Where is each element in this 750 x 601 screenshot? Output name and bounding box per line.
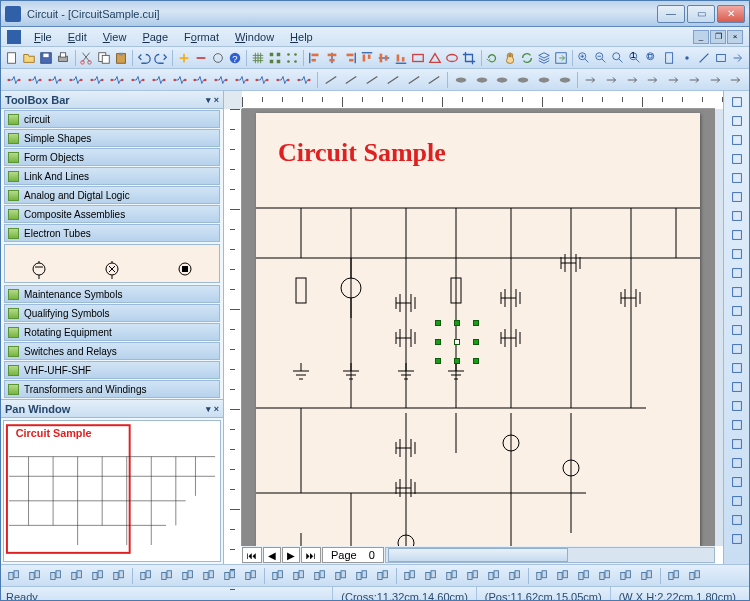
menu-help[interactable]: Help: [283, 30, 320, 44]
copy-button[interactable]: [95, 49, 111, 67]
zoom-fit-button[interactable]: [610, 49, 626, 67]
category-bot-5[interactable]: Transformers and Windings: [4, 380, 220, 398]
point-tool-button[interactable]: [679, 49, 695, 67]
connector-9-button[interactable]: [190, 71, 210, 89]
connector-11-button[interactable]: [232, 71, 252, 89]
arrange-19-button[interactable]: [421, 567, 441, 585]
zoom-page-button[interactable]: [662, 49, 678, 67]
minimize-button[interactable]: —: [657, 5, 685, 23]
align-bottom-button[interactable]: [393, 49, 409, 67]
fill-1-button[interactable]: [472, 71, 492, 89]
arrow-style-7-button[interactable]: [726, 71, 746, 89]
category-top-3[interactable]: Link And Lines: [4, 167, 220, 185]
tab-nav-first[interactable]: ⏮: [242, 547, 262, 563]
close-button[interactable]: ✕: [717, 5, 745, 23]
zoom-sel-button[interactable]: [644, 49, 660, 67]
canvas-viewport[interactable]: Circuit Sample: [242, 109, 715, 546]
props-button[interactable]: [210, 49, 226, 67]
category-bot-2[interactable]: Rotating Equipment: [4, 323, 220, 341]
line-style-5-button[interactable]: [424, 71, 444, 89]
pointer-tool-button[interactable]: [727, 93, 747, 111]
arrange-22-button[interactable]: [484, 567, 504, 585]
category-top-6[interactable]: Electron Tubes: [4, 224, 220, 242]
ruler-horizontal[interactable]: [242, 91, 715, 109]
symbol-0[interactable]: Title: [5, 253, 74, 283]
shape-tri-button[interactable]: [427, 49, 443, 67]
arrange-7-button[interactable]: [157, 567, 177, 585]
fill-0-button[interactable]: [451, 71, 471, 89]
polygon-tool-button[interactable]: [727, 283, 747, 301]
arrange-0-button[interactable]: [4, 567, 24, 585]
arrange-6-button[interactable]: [136, 567, 156, 585]
menu-page[interactable]: Page: [135, 30, 175, 44]
move-tool-button[interactable]: [727, 340, 747, 358]
arrange-16-button[interactable]: [352, 567, 372, 585]
menu-format[interactable]: Format: [177, 30, 226, 44]
guides-button[interactable]: [284, 49, 300, 67]
connector-13-button[interactable]: [273, 71, 293, 89]
align-right-button[interactable]: [341, 49, 357, 67]
category-top-0[interactable]: circuit: [4, 110, 220, 128]
connector-2-button[interactable]: [45, 71, 65, 89]
paste-button[interactable]: [113, 49, 129, 67]
arrow-style-4-button[interactable]: [664, 71, 684, 89]
arrange-24-button[interactable]: [532, 567, 552, 585]
fill-4-button[interactable]: [534, 71, 554, 89]
arrange-14-button[interactable]: [310, 567, 330, 585]
arrange-27-button[interactable]: [595, 567, 615, 585]
scrollbar-vertical[interactable]: [715, 109, 723, 546]
menu-view[interactable]: View: [96, 30, 134, 44]
grid-button[interactable]: [250, 49, 266, 67]
export-button[interactable]: [553, 49, 569, 67]
arrow-tool-button[interactable]: [730, 49, 746, 67]
arrange-18-button[interactable]: [400, 567, 420, 585]
text-tool-button[interactable]: [727, 454, 747, 472]
arrange-8-button[interactable]: [178, 567, 198, 585]
rotate-tool-button[interactable]: [727, 112, 747, 130]
mdi-minimize-button[interactable]: _: [693, 30, 709, 44]
arrange-3-button[interactable]: [67, 567, 87, 585]
ellipse-tool-button[interactable]: [727, 226, 747, 244]
tab-nav-next[interactable]: ▶: [282, 547, 300, 563]
arrange-23-button[interactable]: [505, 567, 525, 585]
arrange-26-button[interactable]: [574, 567, 594, 585]
connector-8-button[interactable]: [170, 71, 190, 89]
line-style-4-button[interactable]: [404, 71, 424, 89]
arrange-20-button[interactable]: [442, 567, 462, 585]
menu-edit[interactable]: Edit: [61, 30, 94, 44]
arrow-style-6-button[interactable]: [706, 71, 726, 89]
add-button[interactable]: [176, 49, 192, 67]
arrange-15-button[interactable]: [331, 567, 351, 585]
symbol-1[interactable]: Title: [78, 253, 147, 283]
category-top-2[interactable]: Form Objects: [4, 148, 220, 166]
cut-button[interactable]: [78, 49, 94, 67]
tab-nav-last[interactable]: ⏭: [301, 547, 321, 563]
category-bot-3[interactable]: Switches and Relays: [4, 342, 220, 360]
panwin-options-button[interactable]: ▾ ×: [206, 404, 219, 414]
shape-rect-button[interactable]: [410, 49, 426, 67]
help-icon[interactable]: ?: [227, 49, 243, 67]
document-page[interactable]: Circuit Sample: [256, 113, 700, 546]
redo-button[interactable]: [153, 49, 169, 67]
spline-tool-button[interactable]: [727, 378, 747, 396]
category-top-4[interactable]: Analog and Digtal Logic: [4, 186, 220, 204]
arrow-style-1-button[interactable]: [602, 71, 622, 89]
line-tool-button[interactable]: [727, 131, 747, 149]
pan-hand-icon[interactable]: [501, 49, 517, 67]
crop-tool-button[interactable]: [727, 321, 747, 339]
arrange-11-button[interactable]: [241, 567, 261, 585]
line-style-0-button[interactable]: [321, 71, 341, 89]
ruler-vertical[interactable]: [224, 109, 242, 546]
pen-tool-button[interactable]: [727, 416, 747, 434]
connector-5-button[interactable]: [108, 71, 128, 89]
connector-1-button[interactable]: [25, 71, 45, 89]
arrow-style-5-button[interactable]: [685, 71, 705, 89]
arrow-style-0-button[interactable]: [581, 71, 601, 89]
arrange-5-button[interactable]: [109, 567, 129, 585]
new-button[interactable]: [4, 49, 20, 67]
connector-14-button[interactable]: [294, 71, 314, 89]
line-style-1-button[interactable]: [341, 71, 361, 89]
arrange-9-button[interactable]: [199, 567, 219, 585]
align-top-button[interactable]: [359, 49, 375, 67]
zoom-in-button[interactable]: [576, 49, 592, 67]
